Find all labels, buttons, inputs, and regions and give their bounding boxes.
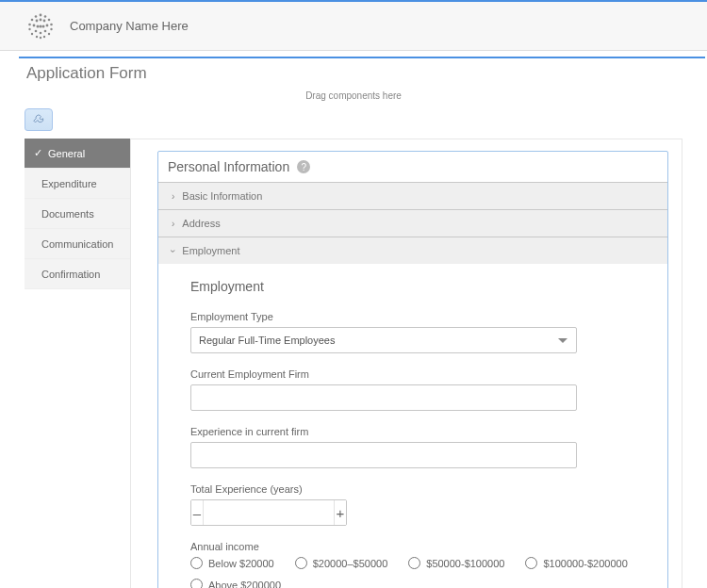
current-firm-label: Current Employment Firm	[190, 368, 645, 380]
svg-point-14	[36, 19, 39, 22]
svg-point-18	[35, 29, 38, 32]
current-firm-input[interactable]	[190, 384, 577, 411]
accordion-employment[interactable]: › Employment	[158, 237, 667, 264]
sidebar-item-expenditure[interactable]: Expenditure	[25, 169, 130, 199]
sidebar-item-label: Documents	[41, 208, 94, 220]
income-radio[interactable]	[190, 557, 203, 569]
income-radio[interactable]	[295, 557, 307, 569]
svg-point-13	[40, 36, 41, 38]
total-experience-input[interactable]	[204, 500, 334, 525]
svg-point-19	[44, 29, 47, 32]
income-radio[interactable]	[190, 579, 203, 588]
page-title: Application Form	[0, 58, 707, 89]
accordion-label: Basic Information	[182, 190, 262, 202]
help-icon[interactable]: ?	[297, 160, 310, 173]
panel-title: Personal Information	[168, 159, 289, 174]
employment-type-select[interactable]: Regular Full-Time Employees	[190, 327, 577, 353]
total-experience-label: Total Experience (years)	[190, 483, 645, 495]
sidebar-item-general[interactable]: ✓ General	[25, 139, 130, 169]
wrench-icon	[32, 113, 45, 126]
drag-hint: Drag components here	[0, 89, 707, 108]
stepper-decrement-button[interactable]: –	[191, 500, 204, 525]
svg-point-6	[50, 23, 53, 25]
annual-income-radios: Below $20000 $20000–$50000 $50000-$10000…	[190, 557, 645, 588]
accordion-label: Address	[182, 218, 220, 229]
panel-title-row: Personal Information ?	[158, 152, 667, 182]
chevron-right-icon: ›	[172, 191, 174, 202]
income-radio[interactable]	[525, 557, 537, 569]
income-option[interactable]: $50000-$100000	[408, 557, 504, 569]
company-name: Company Name Here	[70, 19, 189, 33]
experience-firm-input[interactable]	[190, 442, 577, 468]
top-bar: Company Name Here	[0, 0, 707, 51]
svg-point-15	[43, 19, 46, 22]
svg-point-4	[48, 18, 51, 21]
chevron-down-icon: ›	[168, 249, 178, 252]
svg-point-8	[50, 27, 52, 29]
wrench-button[interactable]	[25, 108, 53, 131]
sidebar-item-confirmation[interactable]: Confirmation	[25, 259, 130, 289]
sidebar-item-label: Communication	[41, 238, 113, 250]
income-option[interactable]: $100000-$200000	[525, 557, 627, 569]
svg-point-23	[42, 24, 45, 27]
sidebar-item-documents[interactable]: Documents	[25, 199, 130, 229]
svg-point-3	[31, 18, 34, 21]
experience-firm-label: Experience in current firm	[190, 426, 645, 437]
svg-point-0	[40, 13, 42, 16]
sidebar-item-communication[interactable]: Communication	[25, 229, 130, 259]
personal-info-panel: Personal Information ? › Basic Informati…	[157, 151, 668, 588]
annual-income-label: Annual income	[190, 541, 645, 552]
accordion-address[interactable]: › Address	[158, 210, 667, 237]
svg-point-7	[28, 27, 30, 29]
stepper-increment-button[interactable]: +	[334, 500, 346, 525]
svg-point-9	[31, 32, 33, 34]
total-experience-stepper: – +	[190, 499, 347, 526]
income-radio[interactable]	[408, 557, 420, 569]
income-option[interactable]: Above $200000	[190, 579, 281, 588]
chevron-right-icon: ›	[172, 219, 174, 229]
svg-point-12	[43, 35, 45, 37]
section-heading: Employment	[190, 279, 645, 294]
svg-point-21	[40, 18, 42, 21]
check-icon: ✓	[34, 147, 42, 159]
company-logo	[26, 12, 55, 41]
svg-point-10	[48, 32, 50, 34]
income-option[interactable]: Below $20000	[190, 557, 274, 569]
sidebar-item-label: Expenditure	[41, 178, 97, 189]
sidebar-item-label: General	[48, 148, 85, 159]
employment-body: Employment Employment Type Regular Full-…	[158, 264, 667, 588]
svg-point-17	[46, 24, 49, 26]
svg-point-2	[44, 15, 47, 18]
svg-point-5	[28, 23, 31, 25]
income-option[interactable]: $20000–$50000	[295, 557, 388, 569]
svg-point-22	[37, 24, 40, 27]
accordion-label: Employment	[182, 245, 239, 256]
svg-point-1	[35, 15, 38, 18]
svg-point-20	[40, 31, 42, 34]
svg-point-16	[33, 24, 36, 26]
main-area: Personal Information ? › Basic Informati…	[130, 139, 682, 588]
sidebar-item-label: Confirmation	[41, 269, 100, 280]
accordion-basic-information[interactable]: › Basic Information	[158, 183, 667, 209]
svg-point-24	[39, 24, 41, 27]
sidebar: ✓ General Expenditure Documents Communic…	[25, 139, 130, 289]
employment-type-label: Employment Type	[190, 311, 645, 322]
svg-point-11	[36, 35, 38, 37]
